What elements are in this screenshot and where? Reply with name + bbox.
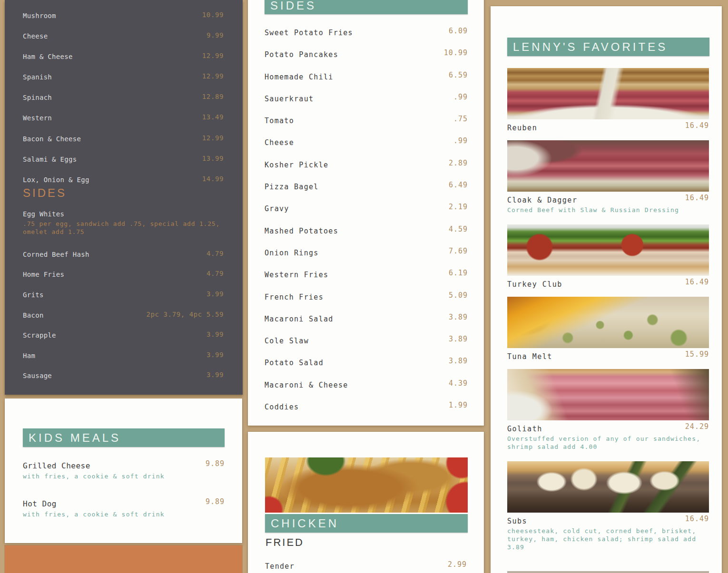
- goliath-photo: [507, 369, 709, 420]
- subs-photo: [507, 461, 709, 513]
- favorite-menu-item: Goliath 24.29 Overstuffed version of any…: [507, 369, 709, 451]
- egg-whites-item: Egg Whites .75 per egg, sandwich add .75…: [23, 210, 224, 236]
- item-name: Tomato: [265, 117, 294, 125]
- reuben-photo: [507, 68, 709, 119]
- item-name: Homemade Chili: [265, 73, 334, 81]
- item-name: Grits: [23, 291, 44, 299]
- menu-item-row: Sausage 3.99: [23, 372, 224, 392]
- fried-chicken-photo: [265, 457, 468, 513]
- item-name: Subs: [507, 516, 527, 526]
- item-price: 9.89: [206, 497, 225, 506]
- item-name: Coddies: [265, 403, 299, 411]
- favorite-menu-item: Cloak & Dagger 16.49 Corned Beef with Sl…: [507, 140, 709, 214]
- sides-card: SIDES Sweet Potato Fries 6.09 Potato Pan…: [248, 0, 484, 426]
- item-name: Goliath: [507, 424, 542, 434]
- menu-item-row: Western 13.49: [23, 114, 224, 135]
- item-description: with fries, a cookie & soft drink: [23, 472, 225, 480]
- tuna-melt-photo: [507, 297, 709, 348]
- menu-item: Grilled Cheese 9.89 with fries, a cookie…: [23, 461, 225, 480]
- item-name: Grilled Cheese: [23, 461, 90, 470]
- favorite-menu-item: Tuna Melt 15.99: [507, 297, 709, 361]
- item-price: 4.79: [207, 270, 224, 277]
- menu-item-row: Mashed Potatoes 4.59: [265, 227, 468, 249]
- item-name: Macaroni Salad: [265, 315, 334, 323]
- item-name: Turkey Club: [507, 280, 562, 289]
- menu-item-row: Potato Pancakes 10.99: [265, 50, 468, 72]
- item-price: 3.89: [449, 335, 468, 343]
- item-name: Cheese: [265, 138, 294, 147]
- kids-meals-card: KIDS MEALS Grilled Cheese 9.89 with frie…: [5, 398, 242, 543]
- item-price: 5.09: [449, 291, 468, 300]
- menu-item-row: Cheese 9.99: [23, 32, 224, 53]
- item-price: 12.89: [202, 93, 224, 100]
- item-description: Corned Beef with Slaw & Russian Dressing: [507, 206, 709, 214]
- section-title: CHICKEN: [271, 517, 339, 530]
- item-price: 4.79: [207, 250, 224, 257]
- item-name: Hot Dog: [23, 499, 57, 508]
- menu-item-row: Tomato .75: [265, 117, 468, 138]
- item-price: 6.19: [449, 269, 468, 277]
- menu-item-row: Sweet Potato Fries 6.09: [265, 29, 468, 50]
- menu-item-row: Sauerkraut .99: [265, 95, 468, 117]
- item-price: 6.49: [449, 181, 468, 189]
- item-name: Tuna Melt: [507, 352, 552, 361]
- item-name: French Fries: [265, 293, 324, 301]
- menu-item-row: Gravy 2.19: [265, 204, 468, 226]
- section-title: LENNY'S FAVORITES: [513, 40, 668, 54]
- item-price: 12.99: [202, 52, 224, 59]
- menu-item-row: Homemade Chili 6.59: [265, 73, 468, 95]
- menu-item-row: Spinach 12.89: [23, 94, 224, 114]
- section-title: SIDES: [270, 0, 316, 12]
- item-name: Mushroom: [23, 12, 56, 19]
- item-price: 16.49: [685, 278, 709, 286]
- item-price: 1.99: [449, 401, 468, 409]
- item-description: .75 per egg, sandwich add .75, special a…: [23, 220, 224, 236]
- item-price: 9.89: [206, 459, 225, 468]
- item-price: 3.89: [449, 313, 468, 321]
- kids-meals-item-list: Grilled Cheese 9.89 with fries, a cookie…: [23, 461, 225, 537]
- chicken-subsection-header: FRIED: [266, 536, 304, 549]
- item-name: Spanish: [23, 73, 52, 81]
- item-price: .75: [453, 115, 468, 123]
- menu-item-row: Salami & Eggs 13.99: [23, 155, 224, 176]
- item-name: Potato Salad: [265, 359, 324, 367]
- favorites-item-list: Reuben 16.49 Cloak & Dagger 16.49 Corned…: [507, 68, 709, 562]
- item-price: 3.99: [207, 371, 224, 379]
- menu-item-row: Home Fries 4.79: [23, 271, 224, 291]
- menu-item-row: Western Fries 6.19: [265, 271, 468, 292]
- item-name: Lox, Onion & Egg: [23, 176, 89, 184]
- item-name: Tender: [265, 562, 295, 571]
- item-price: 24.29: [685, 422, 709, 431]
- item-name: Pizza Bagel: [265, 183, 319, 191]
- restaurant-menu-page: Mushroom 10.99 Cheese 9.99 Ham & Cheese …: [0, 0, 728, 573]
- item-price: .99: [453, 136, 468, 145]
- item-name: Sauerkraut: [265, 95, 314, 103]
- item-price: 9.99: [207, 31, 224, 39]
- item-price: .99: [453, 93, 468, 101]
- menu-item-row: Tender 2.99: [265, 562, 467, 573]
- item-price: 12.99: [202, 134, 224, 142]
- item-price: 13.49: [202, 113, 224, 121]
- favorite-menu-item: Reuben 16.49: [507, 68, 709, 133]
- menu-item-row: Cheese .99: [265, 138, 468, 160]
- menu-item-row: Grits 3.99: [23, 291, 224, 311]
- item-name: Ham: [23, 352, 35, 359]
- item-name: Kosher Pickle: [265, 161, 328, 169]
- menu-item-row: Corned Beef Hash 4.79: [23, 251, 224, 271]
- item-price: 6.59: [449, 71, 468, 79]
- item-name: Scrapple: [23, 331, 56, 339]
- item-price: 16.49: [685, 121, 709, 130]
- item-price: 3.99: [207, 290, 224, 298]
- item-price: 10.99: [444, 49, 468, 57]
- item-name: Cole Slaw: [265, 337, 309, 345]
- partially-visible-next-photo: [507, 571, 709, 573]
- orange-section-block: [5, 545, 242, 573]
- cloak-and-dagger-photo: [507, 140, 709, 192]
- item-price: 10.99: [202, 11, 224, 19]
- item-price: 3.89: [449, 357, 468, 365]
- sides-item-list: Corned Beef Hash 4.79 Home Fries 4.79 Gr…: [23, 251, 224, 392]
- item-name: Corned Beef Hash: [23, 251, 89, 258]
- item-name: Onion Rings: [265, 249, 319, 257]
- item-name: Macaroni & Cheese: [265, 381, 348, 389]
- menu-item-row: Scrapple 3.99: [23, 331, 224, 352]
